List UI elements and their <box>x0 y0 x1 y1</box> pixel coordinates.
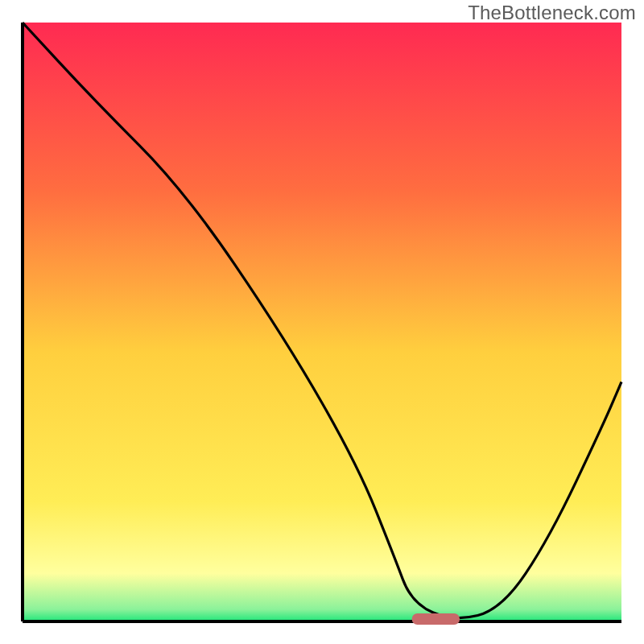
gradient-background <box>23 23 621 621</box>
chart-container: TheBottleneck.com <box>0 0 644 644</box>
bottleneck-chart <box>0 0 644 644</box>
optimal-marker <box>412 613 460 625</box>
